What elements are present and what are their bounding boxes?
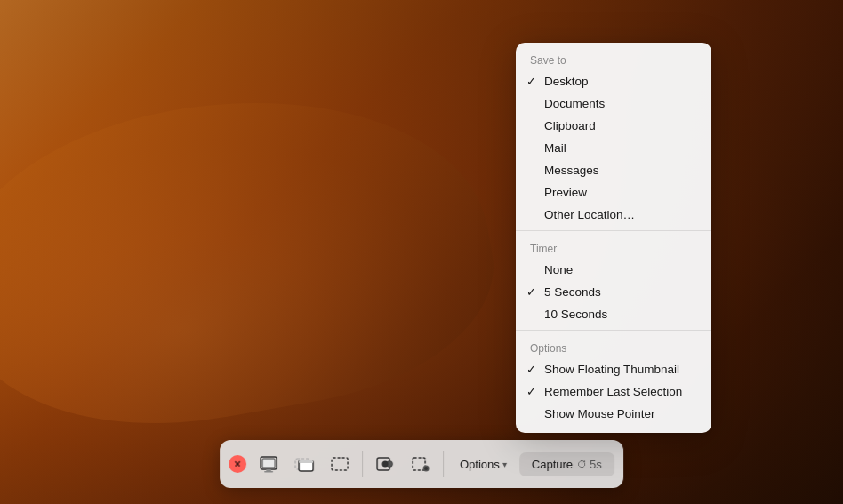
capture-timer: ⏱ 5s — [577, 458, 602, 471]
options-section-label: Options — [516, 335, 711, 358]
svg-rect-4 — [264, 471, 273, 473]
menu-item-show-mouse-pointer[interactable]: Show Mouse Pointer — [516, 403, 711, 425]
menu-item-clipboard[interactable]: Clipboard — [516, 115, 711, 137]
capture-fullscreen-button[interactable] — [252, 447, 285, 481]
options-label: Options — [460, 458, 500, 471]
menu-item-none[interactable]: None — [516, 259, 711, 281]
svg-point-11 — [382, 461, 389, 468]
menu-item-messages[interactable]: Messages — [516, 159, 711, 181]
capture-window-icon — [294, 454, 314, 474]
menu-item-show-floating-thumbnail[interactable]: Show Floating Thumbnail — [516, 358, 711, 380]
options-button[interactable]: Options ▾ — [449, 452, 518, 476]
capture-fullscreen-icon — [259, 454, 278, 474]
record-selection-icon — [411, 454, 430, 474]
menu-item-5-seconds[interactable]: 5 Seconds — [516, 281, 711, 303]
menu-item-documents[interactable]: Documents — [516, 92, 711, 115]
save-to-label: Save to — [516, 47, 711, 70]
svg-rect-8 — [332, 458, 348, 470]
capture-selection-button[interactable] — [323, 447, 357, 481]
desktop-background — [0, 0, 843, 504]
capture-label: Capture — [532, 458, 573, 471]
record-screen-icon — [375, 454, 395, 474]
record-selection-button[interactable] — [404, 447, 438, 481]
svg-rect-1 — [262, 459, 275, 468]
menu-item-mail[interactable]: Mail — [516, 137, 711, 159]
toolbar-divider — [362, 451, 363, 477]
separator-1 — [516, 230, 711, 231]
svg-point-14 — [424, 467, 428, 470]
menu-item-other-location[interactable]: Other Location… — [516, 204, 711, 226]
toolbar-divider-2 — [443, 451, 444, 477]
timer-value: 5s — [590, 458, 602, 471]
options-chevron-icon: ▾ — [502, 460, 507, 469]
menu-item-desktop[interactable]: Desktop — [516, 70, 711, 92]
menu-item-10-seconds[interactable]: 10 Seconds — [516, 303, 711, 325]
close-button[interactable] — [229, 455, 246, 473]
screenshot-toolbar: Options ▾ Capture ⏱ 5s — [220, 440, 623, 488]
capture-selection-icon — [330, 454, 349, 474]
timer-label: Timer — [516, 236, 711, 259]
timer-clock-icon: ⏱ — [577, 459, 587, 469]
capture-button[interactable]: Capture ⏱ 5s — [519, 452, 614, 476]
menu-item-remember-last-selection[interactable]: Remember Last Selection — [516, 380, 711, 403]
options-dropdown: Save to Desktop Documents Clipboard Mail… — [516, 43, 711, 433]
menu-item-preview[interactable]: Preview — [516, 181, 711, 204]
separator-2 — [516, 330, 711, 331]
svg-rect-7 — [299, 460, 313, 463]
capture-window-button[interactable] — [287, 447, 321, 481]
svg-rect-3 — [266, 469, 271, 471]
record-screen-button[interactable] — [368, 447, 402, 481]
